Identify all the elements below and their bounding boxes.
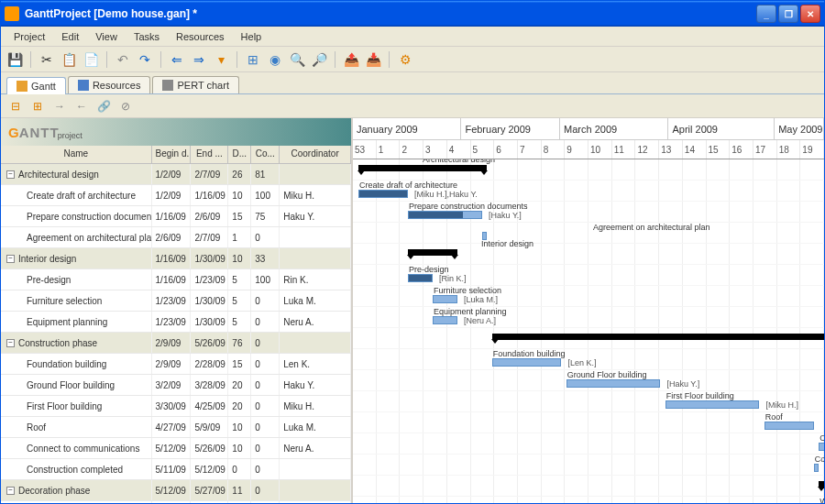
task-bar[interactable]: Equipment planning[Neru A.]: [433, 316, 457, 324]
task-bar[interactable]: Ground Floor building[Haku Y.]: [566, 379, 661, 388]
col-header-begin[interactable]: Begin d...: [152, 146, 192, 163]
summary-bar[interactable]: Interior design: [408, 249, 457, 256]
task-name-cell: Walls: [1, 501, 152, 503]
nav-down-icon[interactable]: ▾: [211, 49, 231, 70]
minimize-button[interactable]: _: [756, 5, 776, 23]
table-row[interactable]: Foundation building2/9/092/28/09150Len K…: [1, 354, 351, 375]
menu-tasks[interactable]: Tasks: [126, 29, 167, 44]
table-row[interactable]: Equipment planning1/23/091/30/0950Neru A…: [1, 312, 351, 333]
today-icon[interactable]: ◉: [265, 49, 285, 70]
collapse-all-icon[interactable]: ⊟: [6, 97, 25, 115]
task-name: Furniture selection: [27, 296, 102, 306]
table-row[interactable]: Walls5/12/095/19/0950Miku H.: [1, 501, 351, 503]
expand-all-icon[interactable]: ⊞: [28, 97, 47, 115]
col-header-name[interactable]: Name: [1, 146, 152, 163]
table-row[interactable]: −Construction phase2/9/095/26/09760: [1, 333, 351, 354]
week-cell: 53: [353, 140, 377, 159]
table-row[interactable]: −Architectural design1/2/092/7/092681: [1, 164, 351, 185]
week-cell: 11: [612, 140, 636, 159]
summary-bar[interactable]: [819, 481, 824, 488]
copy-icon[interactable]: 📋: [59, 49, 79, 70]
table-row[interactable]: Roof4/27/095/9/09100Luka M.: [1, 417, 351, 438]
table-row[interactable]: −Decoration phase5/12/095/27/09110: [1, 480, 351, 501]
task-bar[interactable]: First Floor building[Miku H.]: [666, 400, 760, 409]
redo-icon[interactable]: ↷: [135, 49, 155, 70]
table-row[interactable]: Furniture selection1/23/091/30/0950Luka …: [1, 290, 351, 312]
menu-view[interactable]: View: [88, 29, 125, 44]
outdent-icon[interactable]: ←: [72, 97, 91, 115]
separator: [160, 51, 161, 68]
expand-icon[interactable]: −: [6, 255, 15, 263]
task-bar[interactable]: Connect to communications: [819, 443, 824, 451]
task-begin-cell: 1/2/09: [152, 185, 192, 205]
col-header-complete[interactable]: Co...: [251, 146, 280, 163]
task-bar[interactable]: Pre-design[Rin K.]: [408, 274, 433, 282]
task-name-cell: Connect to communications: [1, 438, 152, 458]
task-comp-cell: 75: [251, 206, 280, 226]
undo-icon[interactable]: ↶: [113, 49, 133, 70]
zoom-out-icon[interactable]: 🔎: [309, 49, 329, 70]
prev-icon[interactable]: ⇐: [167, 49, 187, 70]
task-bar[interactable]: Roof: [764, 422, 814, 430]
task-comp-cell: 0: [251, 459, 280, 479]
expand-icon[interactable]: −: [6, 170, 15, 179]
col-header-duration[interactable]: D...: [228, 146, 251, 163]
bar-label: Furniture selection: [434, 286, 501, 295]
task-begin-cell: 3/30/09: [152, 396, 192, 416]
main-toolbar: 💾 ✂ 📋 📄 ↶ ↷ ⇐ ⇒ ▾ ⊞ ◉ 🔍 🔎 📤 📥 ⚙: [1, 47, 824, 72]
table-row[interactable]: −Interior design1/16/091/30/091033: [1, 248, 351, 269]
zoom-in-icon[interactable]: 🔍: [287, 49, 307, 70]
expand-icon[interactable]: −: [6, 487, 15, 495]
col-header-coordinator[interactable]: Coordinator: [280, 146, 351, 163]
col-header-end[interactable]: End ...: [191, 146, 228, 163]
cut-icon[interactable]: ✂: [37, 49, 57, 70]
task-coord-cell: [280, 480, 351, 500]
table-row[interactable]: Connect to communications5/12/095/26/091…: [1, 438, 351, 459]
settings-icon[interactable]: ⚙: [395, 49, 415, 70]
link-icon[interactable]: 🔗: [94, 97, 113, 115]
table-row[interactable]: Create draft of architecture1/2/091/16/0…: [1, 185, 351, 206]
month-cell: January 2009: [353, 118, 461, 139]
table-row[interactable]: Prepare construction documents1/16/092/6…: [1, 206, 351, 227]
expand-icon[interactable]: −: [6, 339, 15, 347]
menu-help[interactable]: Help: [234, 29, 270, 44]
gantt-body[interactable]: Architectural designCreate draft of arch…: [353, 159, 824, 503]
save-icon[interactable]: 💾: [5, 49, 25, 70]
task-end-cell: 5/19/09: [191, 501, 228, 503]
paste-icon[interactable]: 📄: [81, 49, 101, 70]
tab-resources[interactable]: Resources: [68, 76, 151, 93]
menu-edit[interactable]: Edit: [54, 29, 86, 44]
task-bar[interactable]: Construction completedConstructio: [814, 464, 819, 472]
export-icon[interactable]: 📤: [341, 49, 361, 70]
table-row[interactable]: Pre-design1/16/091/23/095100Rin K.: [1, 269, 351, 290]
menu-project[interactable]: Project: [6, 29, 52, 44]
task-begin-cell: 5/11/09: [152, 459, 192, 479]
close-button[interactable]: ✕: [800, 5, 820, 23]
maximize-button[interactable]: ❐: [778, 5, 798, 23]
separator: [30, 51, 31, 68]
table-row[interactable]: First Floor building3/30/094/25/09200Mik…: [1, 396, 351, 417]
zoom-fit-icon[interactable]: ⊞: [243, 49, 263, 70]
task-bar[interactable]: Prepare construction documents[Haku Y.]: [408, 211, 482, 219]
tab-gantt[interactable]: Gantt: [6, 77, 66, 94]
table-row[interactable]: Construction completed5/11/095/12/0900: [1, 459, 351, 480]
summary-bar[interactable]: [492, 334, 824, 340]
indent-icon[interactable]: →: [50, 97, 69, 115]
unlink-icon[interactable]: ⊘: [116, 97, 135, 115]
bar-resource-label: [Neru A.]: [464, 316, 496, 325]
next-icon[interactable]: ⇒: [189, 49, 209, 70]
menu-resources[interactable]: Resources: [169, 29, 232, 44]
tab-pert[interactable]: PERT chart: [152, 76, 238, 93]
bar-resource-label: [Haku Y.]: [666, 379, 699, 389]
table-row[interactable]: Agreement on architectural plan2/6/092/7…: [1, 227, 351, 248]
task-comp-cell: 33: [251, 248, 280, 268]
summary-bar[interactable]: Architectural design: [358, 165, 487, 171]
task-table-header: Name Begin d... End ... D... Co... Coord…: [1, 146, 351, 164]
task-bar[interactable]: Furniture selection[Luka M.]: [433, 295, 457, 303]
import-icon[interactable]: 📥: [363, 49, 383, 70]
task-begin-cell: 3/2/09: [152, 375, 192, 395]
task-bar[interactable]: Create draft of architecture[Miku H.],Ha…: [358, 190, 408, 198]
task-bar[interactable]: Foundation building[Len K.]: [492, 358, 562, 367]
table-row[interactable]: Ground Floor building3/2/093/28/09200Hak…: [1, 375, 351, 396]
bar-label: Create draft of architecture: [359, 181, 457, 190]
